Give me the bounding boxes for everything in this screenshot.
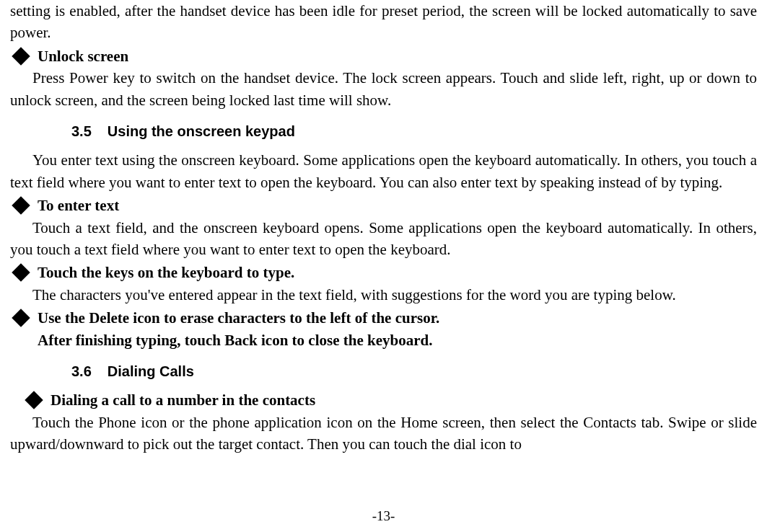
section-3-5-title: Using the onscreen keypad [108,123,295,139]
diamond-icon [25,391,43,409]
bullet-enter-label: To enter text [38,195,119,216]
section-3-6-title: Dialing Calls [108,363,194,379]
diamond-icon [12,47,30,65]
dialing-body: Touch the Phone icon or the phone applic… [10,412,757,456]
section-3-5-body: You enter text using the onscreen keyboa… [10,149,757,193]
bullet-touch-keys-label: Touch the keys on the keyboard to type. [38,262,294,283]
bullet-unlock-label: Unlock screen [38,45,128,67]
bullet-enter-text: To enter text [10,195,757,216]
diamond-icon [12,264,30,282]
section-3-6-heading: 3.6Dialing Calls [71,361,757,382]
bullet-delete-label: Use the Delete icon to erase characters … [38,307,439,329]
unlock-body: Press Power key to switch on the handset… [10,67,757,111]
intro-fragment: setting is enabled, after the handset de… [10,0,757,44]
enter-text-body: Touch a text field, and the onscreen key… [10,217,757,261]
section-3-5-number: 3.5 [71,123,92,139]
bullet-dialing-label: Dialing a call to a number in the contac… [51,389,315,411]
bullet-touch-keys: Touch the keys on the keyboard to type. [10,262,757,283]
bullet-delete-icon: Use the Delete icon to erase characters … [10,307,757,329]
touch-keys-body: The characters you've entered appear in … [10,284,757,306]
delete-followup: After finishing typing, touch Back icon … [38,329,757,351]
section-3-5-heading: 3.5Using the onscreen keypad [71,121,757,142]
bullet-unlock-screen: Unlock screen [10,45,757,67]
diamond-icon [12,309,30,327]
diamond-icon [12,196,30,214]
bullet-dialing-contacts: Dialing a call to a number in the contac… [23,389,757,411]
section-3-6-number: 3.6 [71,363,92,379]
page-number: -13- [0,506,767,526]
